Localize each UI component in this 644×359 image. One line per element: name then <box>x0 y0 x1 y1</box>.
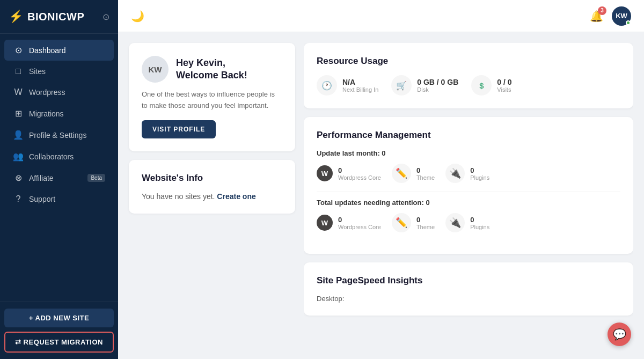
add-new-site-button[interactable]: + ADD NEW SITE <box>4 309 114 327</box>
plugins-icon-2: 🔌 <box>445 213 465 232</box>
affiliate-icon: ⊗ <box>13 173 24 183</box>
resource-usage-title: Resource Usage <box>317 56 620 67</box>
sidebar: ⚡ BIONICWP ⊙ ⊙ Dashboard □ Sites W Wordp… <box>0 0 118 359</box>
clock-icon[interactable]: ⊙ <box>103 12 109 22</box>
plugins-icon: 🔌 <box>445 164 465 183</box>
plugins-last-month: 🔌 0 Plugins <box>445 164 489 183</box>
billing-icon: 🕐 <box>317 75 337 96</box>
no-sites-text: You have no sites yet. Create one <box>142 192 282 201</box>
sidebar-item-label: Migrations <box>29 109 64 118</box>
last-month-grid: W 0 Wordpress Core ✏️ 0 Theme <box>317 164 620 183</box>
avatar-initials: KW <box>616 12 627 20</box>
sidebar-item-sites[interactable]: □ Sites <box>4 61 114 82</box>
billing-label: Next Billing In <box>342 86 378 93</box>
disk-label: Disk <box>417 86 458 93</box>
sidebar-item-label: Wordpress <box>29 88 65 97</box>
theme-last-month-label: Theme <box>416 174 435 181</box>
collaborators-icon: 👥 <box>13 151 24 162</box>
wordpress-icon: W <box>13 87 24 97</box>
disk-icon: 🛒 <box>391 75 412 96</box>
visits-value: 0 / 0 <box>497 78 511 86</box>
sidebar-item-dashboard[interactable]: ⊙ Dashboard <box>4 40 114 61</box>
attention-label: Total updates needing attention: 0 <box>317 199 620 207</box>
visits-icon: $ <box>471 75 492 96</box>
last-month-label: Update last month: 0 <box>317 149 620 157</box>
profile-settings-icon: 👤 <box>13 130 24 140</box>
sidebar-item-migrations[interactable]: ⊞ Migrations <box>4 103 114 124</box>
left-column: KW Hey Kevin, Welcome Back! One of the b… <box>129 43 295 348</box>
sidebar-nav: ⊙ Dashboard □ Sites W Wordpress ⊞ Migrat… <box>0 34 118 302</box>
sidebar-bottom: + ADD NEW SITE ⇄ REQUEST MIGRATION <box>0 302 118 359</box>
sidebar-item-label: Sites <box>29 67 46 76</box>
plugins-last-month-label: Plugins <box>470 174 489 181</box>
migrations-icon: ⊞ <box>13 108 24 119</box>
chat-bubble[interactable]: 💬 <box>608 323 631 346</box>
theme-icon: ✏️ <box>392 164 411 183</box>
attention-grid: W 0 Wordpress Core ✏️ 0 Theme <box>317 213 620 232</box>
request-migration-button[interactable]: ⇄ REQUEST MIGRATION <box>4 332 114 353</box>
resource-grid: 🕐 N/A Next Billing In 🛒 0 GB / 0 GB Disk <box>317 75 620 96</box>
welcome-quote: One of the best ways to influence people… <box>142 89 282 112</box>
visits-resource: $ 0 / 0 Visits <box>471 75 511 96</box>
sidebar-item-profile-settings[interactable]: 👤 Profile & Settings <box>4 124 114 145</box>
sidebar-item-label: Collaborators <box>29 152 74 161</box>
pagespeed-title: Site PageSpeed Insights <box>317 275 620 286</box>
welcome-card: KW Hey Kevin, Welcome Back! One of the b… <box>129 43 295 151</box>
plugins-last-month-value: 0 <box>470 166 489 174</box>
disk-value: 0 GB / 0 GB <box>417 78 458 86</box>
support-icon: ? <box>13 194 24 204</box>
sidebar-item-label: Profile & Settings <box>29 131 86 140</box>
billing-value: N/A <box>342 78 378 86</box>
welcome-text: Hey Kevin, Welcome Back! <box>176 57 247 82</box>
wp-core-attention: W 0 Wordpress Core <box>317 213 381 232</box>
welcome-avatar: KW <box>142 56 169 83</box>
resource-usage-card: Resource Usage 🕐 N/A Next Billing In 🛒 0… <box>304 43 633 108</box>
theme-icon-2: ✏️ <box>392 213 411 232</box>
beta-badge: Beta <box>87 174 105 182</box>
plugins-attention-value: 0 <box>470 216 489 224</box>
wp-core-attention-value: 0 <box>338 216 381 224</box>
performance-card: Performance Management Update last month… <box>304 117 633 254</box>
theme-last-month-value: 0 <box>416 166 435 174</box>
plugins-attention: 🔌 0 Plugins <box>445 213 489 232</box>
disk-resource: 🛒 0 GB / 0 GB Disk <box>391 75 458 96</box>
notification-badge: 3 <box>598 6 606 15</box>
plugins-attention-label: Plugins <box>470 224 489 230</box>
theme-attention-label: Theme <box>416 224 435 230</box>
sidebar-item-label: Affiliate <box>29 174 54 182</box>
wp-core-last-month-value: 0 <box>338 166 381 174</box>
logo-text: BIONICWP <box>27 11 84 23</box>
performance-title: Performance Management <box>317 130 620 141</box>
sidebar-item-support[interactable]: ? Support <box>4 189 114 209</box>
wp-core-last-month: W 0 Wordpress Core <box>317 164 381 183</box>
create-site-link[interactable]: Create one <box>217 192 255 201</box>
visits-label: Visits <box>497 86 511 93</box>
desktop-label: Desktop: <box>317 295 620 303</box>
dark-mode-icon[interactable]: 🌙 <box>131 10 144 23</box>
topbar: 🌙 🔔 3 KW <box>118 0 644 32</box>
wp-core-last-month-label: Wordpress Core <box>338 174 381 181</box>
dashboard-icon: ⊙ <box>13 45 24 55</box>
theme-attention-value: 0 <box>416 216 435 224</box>
right-column: Resource Usage 🕐 N/A Next Billing In 🛒 0… <box>304 43 633 348</box>
billing-resource: 🕐 N/A Next Billing In <box>317 75 378 96</box>
wordpress-icon: W <box>317 165 333 181</box>
content-area: KW Hey Kevin, Welcome Back! One of the b… <box>118 32 644 359</box>
sidebar-item-label: Dashboard <box>29 46 66 55</box>
websites-info-title: Website's Info <box>142 173 282 184</box>
theme-attention: ✏️ 0 Theme <box>392 213 435 232</box>
sidebar-logo: ⚡ BIONICWP ⊙ <box>0 0 118 34</box>
sites-icon: □ <box>13 67 24 76</box>
logo-icon: ⚡ <box>9 10 23 24</box>
welcome-greeting: Hey Kevin, Welcome Back! <box>176 57 247 82</box>
sidebar-item-collaborators[interactable]: 👥 Collaborators <box>4 146 114 167</box>
avatar[interactable]: KW <box>612 6 631 26</box>
notification-bell[interactable]: 🔔 3 <box>590 10 603 23</box>
sidebar-item-affiliate[interactable]: ⊗ Affiliate Beta <box>4 167 114 188</box>
websites-info-card: Website's Info You have no sites yet. Cr… <box>129 160 295 214</box>
wp-core-attention-label: Wordpress Core <box>338 224 381 230</box>
visit-profile-button[interactable]: VISIT PROFILE <box>142 120 216 138</box>
main-area: 🌙 🔔 3 KW KW Hey Kevin, <box>118 0 644 359</box>
pagespeed-card: Site PageSpeed Insights Desktop: <box>304 262 633 316</box>
sidebar-item-wordpress[interactable]: W Wordpress <box>4 82 114 102</box>
